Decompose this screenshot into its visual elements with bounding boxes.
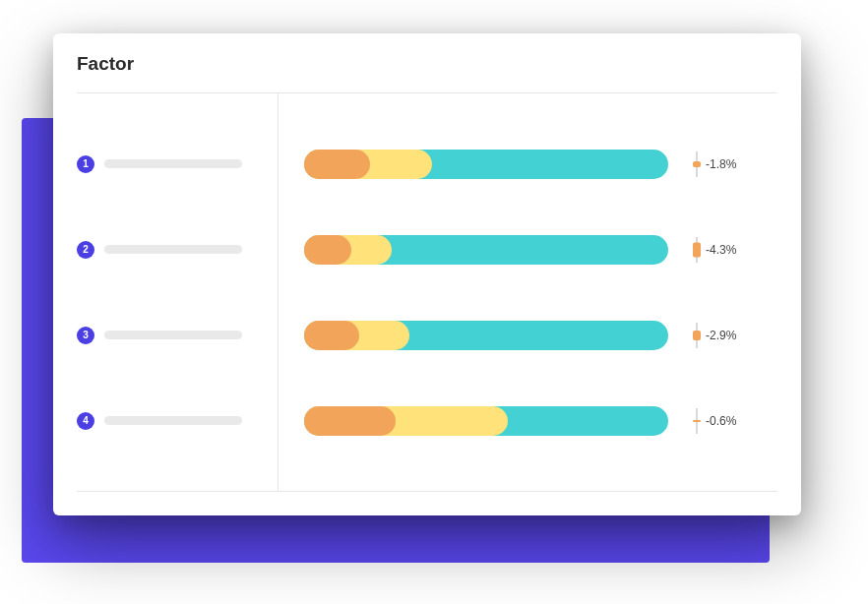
delta-metric: -1.8% [696,151,765,177]
segment-orange [304,150,370,179]
stage: Factor 1 2 3 4 [0,0,868,604]
factor-card: Factor 1 2 3 4 [53,33,801,515]
delta-metric: -2.9% [696,323,765,348]
list-item: 2 [77,235,278,265]
divider-bottom [77,491,777,492]
chart-row: -0.6% [304,406,777,436]
card-body: 1 2 3 4 [53,93,801,491]
segment-orange [304,406,396,436]
rank-badge: 3 [77,327,94,344]
delta-pct: -4.3% [706,243,736,257]
delta-bar-icon [693,420,701,422]
chart-row: -2.9% [304,321,777,350]
axis-tick-icon [696,323,698,348]
segment-orange [304,321,359,350]
delta-bar-icon [693,161,701,167]
delta-pct: -0.6% [706,414,736,428]
list-item: 4 [77,406,278,436]
delta-bar-icon [693,242,701,257]
label-placeholder [104,159,242,168]
factor-list: 1 2 3 4 [77,93,279,491]
chart-row: -1.8% [304,150,777,179]
chart-row: -4.3% [304,235,777,265]
stacked-bar [304,235,668,265]
stacked-bar [304,321,668,350]
delta-metric: -0.6% [696,408,765,434]
chart-area: -1.8% -4.3% [279,93,777,491]
label-placeholder [104,331,242,339]
delta-pct: -2.9% [706,329,736,342]
card-title: Factor [77,53,772,75]
card-header: Factor [53,33,801,92]
axis-tick-icon [696,408,698,434]
segment-orange [304,235,351,265]
delta-pct: -1.8% [706,157,736,171]
list-item: 3 [77,321,278,350]
axis-tick-icon [696,151,698,177]
stacked-bar [304,406,668,436]
rank-badge: 2 [77,241,94,259]
stacked-bar [304,150,668,179]
delta-bar-icon [693,331,701,340]
rank-badge: 1 [77,155,94,173]
list-item: 1 [77,150,278,179]
delta-metric: -4.3% [696,237,765,263]
rank-badge: 4 [77,412,94,430]
axis-tick-icon [696,237,698,263]
label-placeholder [104,245,242,254]
label-placeholder [104,416,242,425]
